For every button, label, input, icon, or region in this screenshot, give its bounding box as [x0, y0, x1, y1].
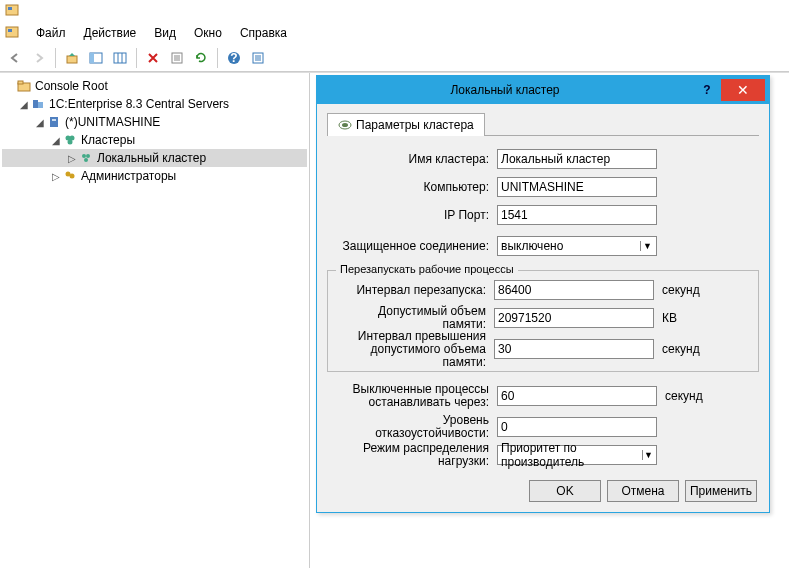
- row-load-mode: Режим распределения нагрузки: Приоритет …: [327, 442, 759, 468]
- tab-params[interactable]: Параметры кластера: [327, 113, 485, 136]
- app-icon: [4, 3, 20, 19]
- tree-root[interactable]: Console Root: [2, 77, 307, 95]
- dialog-titlebar[interactable]: Локальный кластер ? ✕: [317, 76, 769, 104]
- unit-seconds: секунд: [662, 342, 700, 356]
- tool-help[interactable]: ?: [223, 47, 245, 69]
- unit-seconds: секунд: [662, 283, 700, 297]
- unit-seconds: секунд: [665, 389, 703, 403]
- row-cluster-name: Имя кластера:: [327, 146, 759, 172]
- select-load-mode[interactable]: Приоритет по производитель ▼: [497, 445, 657, 465]
- fieldset-restart: Перезапускать рабочие процессы Интервал …: [327, 270, 759, 372]
- expander-icon[interactable]: ▷: [50, 171, 62, 182]
- tool-panel[interactable]: [85, 47, 107, 69]
- svg-point-28: [68, 140, 73, 145]
- input-stop-disabled[interactable]: [497, 386, 657, 406]
- tree-administrators[interactable]: ▷ Администраторы: [2, 167, 307, 185]
- label-stop-disabled: Выключенные процессы останавливать через…: [327, 383, 497, 409]
- row-restart-interval: Интервал перезапуска: секунд: [332, 277, 754, 303]
- menu-action[interactable]: Действие: [76, 24, 145, 42]
- input-computer[interactable]: [497, 177, 657, 197]
- label-restart-interval: Интервал перезапуска:: [332, 284, 494, 297]
- menu-view[interactable]: Вид: [146, 24, 184, 42]
- svg-rect-7: [114, 53, 126, 63]
- console-icon: [4, 25, 20, 41]
- label-allowed-mem: Допустимый объем памяти:: [332, 305, 494, 331]
- cancel-button[interactable]: Отмена: [607, 480, 679, 502]
- svg-point-29: [82, 154, 86, 158]
- tree-label: 1C:Enterprise 8.3 Central Servers: [49, 97, 229, 111]
- menu-help[interactable]: Справка: [232, 24, 295, 42]
- tree-label: (*)UNITMASHINE: [65, 115, 160, 129]
- ok-button[interactable]: OK: [529, 480, 601, 502]
- svg-rect-23: [38, 102, 43, 108]
- input-mem-exceed[interactable]: [494, 339, 654, 359]
- svg-rect-3: [8, 29, 12, 32]
- expander-icon[interactable]: ▷: [66, 153, 78, 164]
- input-allowed-mem[interactable]: [494, 308, 654, 328]
- tool-list[interactable]: [247, 47, 269, 69]
- row-stop-disabled: Выключенные процессы останавливать через…: [327, 380, 759, 412]
- tool-columns[interactable]: [109, 47, 131, 69]
- expander-icon[interactable]: ◢: [18, 99, 30, 110]
- tool-refresh[interactable]: [190, 47, 212, 69]
- expander-icon[interactable]: ◢: [34, 117, 46, 128]
- tree-central-servers[interactable]: ◢ 1C:Enterprise 8.3 Central Servers: [2, 95, 307, 113]
- svg-point-31: [84, 158, 88, 162]
- tree-label: Кластеры: [81, 133, 135, 147]
- admins-icon: [62, 168, 78, 184]
- main-window: Файл Действие Вид Окно Справка ? Console…: [0, 0, 789, 568]
- input-restart-interval[interactable]: [494, 280, 654, 300]
- row-allowed-mem: Допустимый объем памяти: КВ: [332, 305, 754, 331]
- close-button[interactable]: ✕: [721, 79, 765, 101]
- separator: [217, 48, 218, 68]
- dialog-title-text: Локальный кластер: [317, 83, 693, 97]
- input-fault-tolerance[interactable]: [497, 417, 657, 437]
- tree-pane[interactable]: Console Root ◢ 1C:Enterprise 8.3 Central…: [0, 73, 310, 568]
- expander-icon[interactable]: ◢: [50, 135, 62, 146]
- label-fault-tolerance: Уровень отказоустойчивости:: [327, 414, 497, 440]
- svg-rect-6: [90, 53, 94, 63]
- tree-local-cluster[interactable]: ▷ Локальный кластер: [2, 149, 307, 167]
- apply-button[interactable]: Применить: [685, 480, 757, 502]
- tool-delete[interactable]: [142, 47, 164, 69]
- tool-back[interactable]: [4, 47, 26, 69]
- select-value: выключено: [501, 239, 563, 253]
- svg-point-35: [342, 123, 348, 127]
- row-fault-tolerance: Уровень отказоустойчивости:: [327, 414, 759, 440]
- label-ip-port: IP Порт:: [327, 209, 497, 222]
- dropdown-arrow-icon: ▼: [642, 450, 654, 460]
- label-secure-conn: Защищенное соединение:: [327, 240, 497, 253]
- svg-rect-24: [50, 117, 58, 127]
- tab-strip: Параметры кластера: [327, 112, 759, 136]
- select-value: Приоритет по производитель: [501, 441, 642, 469]
- cluster-dialog: Локальный кластер ? ✕ Параметры кластера…: [316, 75, 770, 513]
- svg-point-33: [70, 174, 75, 179]
- servers-icon: [30, 96, 46, 112]
- input-ip-port[interactable]: [497, 205, 657, 225]
- dropdown-arrow-icon: ▼: [640, 241, 654, 251]
- input-cluster-name[interactable]: [497, 149, 657, 169]
- tool-forward[interactable]: [28, 47, 50, 69]
- svg-rect-25: [52, 119, 56, 121]
- label-computer: Компьютер:: [327, 181, 497, 194]
- label-mem-exceed: Интервал превышения допустимого объема п…: [332, 330, 494, 369]
- menu-bar: Файл Действие Вид Окно Справка: [0, 22, 789, 44]
- menu-file[interactable]: Файл: [28, 24, 74, 42]
- row-computer: Компьютер:: [327, 174, 759, 200]
- label-load-mode: Режим распределения нагрузки:: [327, 442, 497, 468]
- tree-server[interactable]: ◢ (*)UNITMASHINE: [2, 113, 307, 131]
- svg-point-30: [86, 154, 90, 158]
- tool-properties[interactable]: [166, 47, 188, 69]
- tool-up[interactable]: [61, 47, 83, 69]
- help-button[interactable]: ?: [693, 83, 721, 97]
- row-ip-port: IP Порт:: [327, 202, 759, 228]
- row-secure-conn: Защищенное соединение: выключено ▼: [327, 230, 759, 262]
- label-cluster-name: Имя кластера:: [327, 153, 497, 166]
- menu-window[interactable]: Окно: [186, 24, 230, 42]
- cluster-icon: [78, 150, 94, 166]
- svg-rect-4: [67, 56, 77, 63]
- title-bar: [0, 0, 789, 22]
- tree-clusters[interactable]: ◢ Кластеры: [2, 131, 307, 149]
- select-secure-conn[interactable]: выключено ▼: [497, 236, 657, 256]
- tab-label: Параметры кластера: [356, 118, 474, 132]
